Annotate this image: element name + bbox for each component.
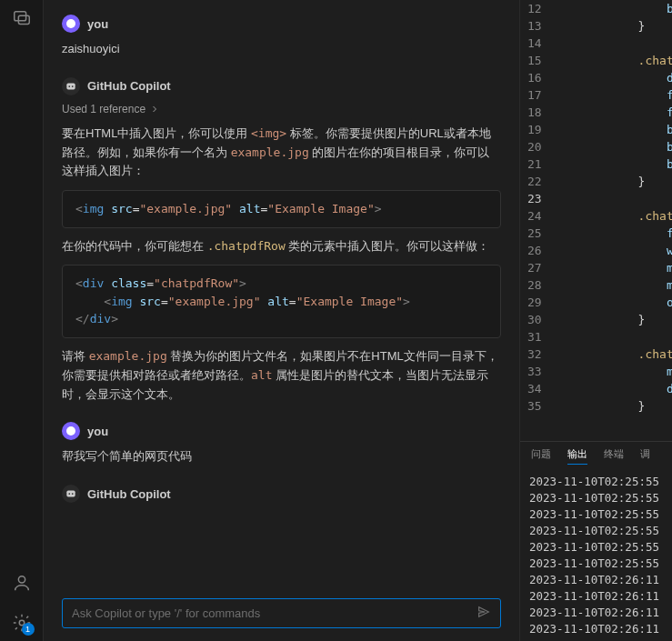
svg-rect-4 <box>66 83 75 89</box>
output-line: 2023-11-10T02:25:55 <box>529 539 663 556</box>
message-body: zaishuoyici <box>62 40 501 59</box>
user-avatar-icon <box>62 15 80 33</box>
copilot-avatar-icon <box>62 77 80 95</box>
settings-icon[interactable]: 1 <box>11 612 33 634</box>
svg-point-2 <box>18 576 25 583</box>
copilot-avatar-icon <box>62 485 80 503</box>
account-icon[interactable] <box>11 572 33 594</box>
output-line: 2023-11-10T02:26:11 <box>529 588 663 605</box>
editor-panel: 1213141516171819202122232425262728293031… <box>520 0 672 641</box>
svg-rect-7 <box>66 491 75 497</box>
message-author: you <box>87 425 108 438</box>
output-line: 2023-11-10T02:25:55 <box>529 474 663 490</box>
output-line: 2023-11-10T02:26:11 <box>529 605 663 621</box>
panel-tab[interactable]: 问题 <box>531 447 551 465</box>
chat-scroll[interactable]: youzaishuoyiciGitHub CopilotUsed 1 refer… <box>44 0 519 589</box>
output-line: 2023-11-10T02:26:11 <box>529 621 663 637</box>
chat-input-container <box>62 598 501 628</box>
chat-message: youzaishuoyici <box>44 7 519 70</box>
chat-icon[interactable] <box>11 7 33 29</box>
svg-rect-1 <box>18 15 29 24</box>
output-panel[interactable]: 2023-11-10T02:25:552023-11-10T02:25:5520… <box>520 470 672 641</box>
panel-tab[interactable]: 终端 <box>604 447 624 465</box>
message-author: GitHub Copilot <box>87 487 171 501</box>
output-line: 2023-11-10T02:26:11 <box>529 572 663 588</box>
panel-tab[interactable]: 调 <box>640 447 650 465</box>
output-line: 2023-11-10T02:25:55 <box>529 523 663 539</box>
copilot-chat-panel: youzaishuoyiciGitHub CopilotUsed 1 refer… <box>44 0 520 641</box>
output-line: 2023-11-10T02:25:55 <box>529 556 663 572</box>
panel-tab[interactable]: 输出 <box>567 447 587 465</box>
svg-point-6 <box>72 85 74 87</box>
used-reference[interactable]: Used 1 reference <box>62 103 501 115</box>
svg-point-9 <box>72 493 74 495</box>
output-line: 2023-11-10T02:25:55 <box>529 506 663 523</box>
svg-point-8 <box>68 493 70 495</box>
chat-input[interactable] <box>72 606 476 620</box>
svg-point-5 <box>68 85 70 87</box>
message-body: 要在HTML中插入图片，你可以使用 <img> 标签。你需要提供图片的URL或者… <box>62 125 501 405</box>
output-line: 2023-11-10T02:25:55 <box>529 490 663 506</box>
code-block[interactable]: <div class="chatpdfRow"> <img src="examp… <box>62 265 501 338</box>
editor-code[interactable]: 1213141516171819202122232425262728293031… <box>520 0 672 441</box>
activity-bar: 1 <box>0 0 44 641</box>
chat-message: GitHub CopilotUsed 1 reference要在HTML中插入图… <box>44 70 519 416</box>
code-block[interactable]: <img src="example.jpg" alt="Example Imag… <box>62 190 501 228</box>
user-avatar-icon <box>62 422 80 440</box>
panel-tabs: 问题输出终端调 <box>520 441 672 470</box>
send-icon[interactable] <box>476 605 491 622</box>
chat-message: you帮我写个简单的网页代码 <box>44 415 519 477</box>
message-author: you <box>87 17 108 31</box>
chat-message: GitHub Copilot <box>44 477 519 521</box>
message-author: GitHub Copilot <box>87 79 171 93</box>
message-body: 帮我写个简单的网页代码 <box>62 447 501 466</box>
settings-badge: 1 <box>22 623 35 636</box>
